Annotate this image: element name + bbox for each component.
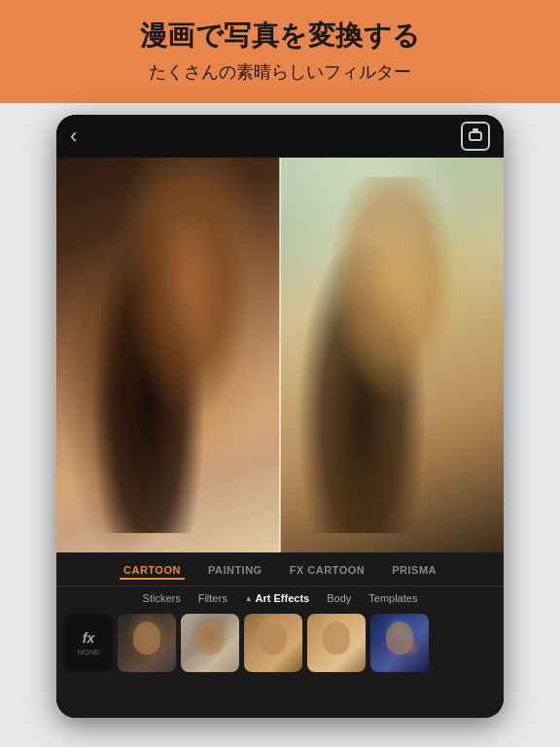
sub-tab-templates[interactable]: Templates: [368, 592, 417, 604]
sub-tab-body[interactable]: Body: [327, 592, 351, 604]
sub-tab-filters[interactable]: Filters: [198, 592, 228, 604]
header-banner: 漫画で写真を変換する たくさんの素晴らしいフィルター: [0, 0, 560, 103]
filter-tabs: CARTOON PAINTING FX CARTOON PRISMA: [56, 552, 504, 587]
thumbnail-4[interactable]: [307, 614, 366, 672]
sub-tabs: Stickers Filters Art Effects Body Templa…: [56, 587, 504, 610]
phone-frame: ‹ CARTOON PAINTING FX CARTOON PRISMA Sti…: [56, 115, 504, 718]
thumbnail-3[interactable]: [244, 614, 302, 672]
filter-tab-cartoon[interactable]: CARTOON: [120, 562, 185, 580]
camera-icon: [469, 131, 482, 141]
top-bar: ‹: [56, 115, 504, 158]
bottom-area: CARTOON PAINTING FX CARTOON PRISMA Stick…: [56, 552, 504, 718]
thumbnail-1[interactable]: [118, 614, 176, 672]
thumbnails-row: fx NONE: [56, 610, 504, 676]
back-button[interactable]: ‹: [70, 124, 77, 149]
filter-tab-prisma[interactable]: PRISMA: [388, 562, 440, 580]
photo-area: [56, 158, 504, 552]
thumbnail-2[interactable]: [181, 614, 239, 672]
fx-none-badge[interactable]: fx NONE: [64, 614, 113, 672]
photo-right: [280, 158, 504, 552]
sub-tab-art-effects[interactable]: Art Effects: [245, 592, 310, 604]
face-overlay-left: [68, 177, 269, 532]
sub-tab-stickers[interactable]: Stickers: [143, 592, 181, 604]
thumbnail-5[interactable]: [370, 614, 429, 672]
filter-tab-painting[interactable]: PAINTING: [204, 562, 266, 580]
fx-label: fx: [83, 630, 94, 646]
filter-tab-fx-cartoon[interactable]: FX CARTOON: [286, 562, 369, 580]
divider-line: [279, 158, 281, 552]
none-label: NONE: [77, 648, 99, 657]
header-subtitle: たくさんの素晴らしいフィルター: [19, 60, 541, 84]
camera-button[interactable]: [461, 122, 490, 151]
header-title: 漫画で写真を変換する: [19, 18, 541, 54]
face-overlay-right: [292, 177, 493, 532]
photo-left: [56, 158, 280, 552]
